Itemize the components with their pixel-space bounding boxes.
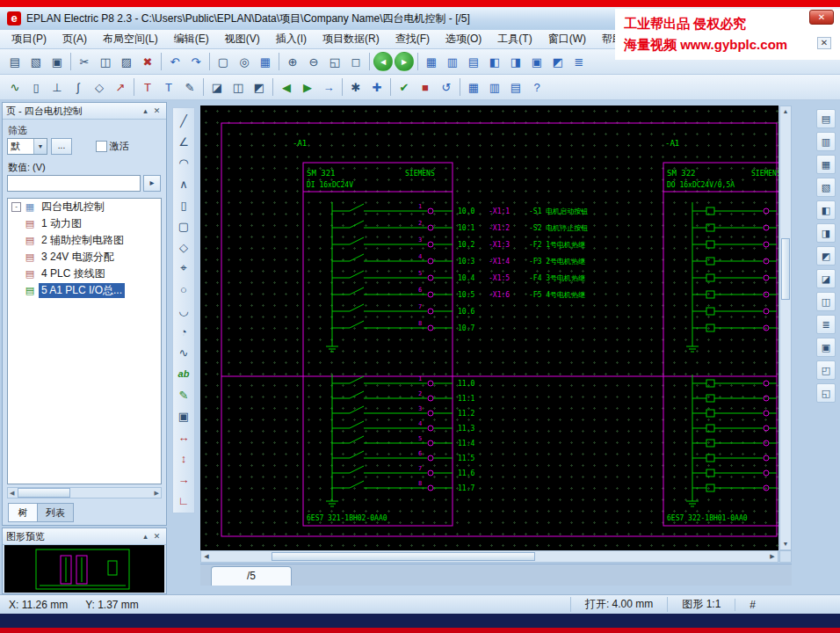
dimension-vertical-icon[interactable]: ↕ [174,448,193,468]
apply-filter-button[interactable]: ▸ [143,175,161,192]
tree-item-page-3[interactable]: ▤3 24V 电源分配 [8,249,161,266]
layers-icon[interactable]: ≣ [569,52,589,71]
help-icon[interactable]: ? [527,77,547,97]
pin-icon[interactable]: ▴ [140,106,151,115]
paste-icon[interactable]: ▨ [117,52,136,71]
zoom-out-icon[interactable]: ⊖ [304,52,323,71]
tree-item-page-1[interactable]: ▤1 动力图 [8,215,161,232]
zoom-window-icon[interactable]: ◱ [325,52,344,71]
back-icon[interactable]: ◀ [373,52,393,71]
edit-properties-icon[interactable]: ✱ [346,77,366,97]
messages-toggle-icon[interactable]: ◱ [816,383,836,403]
horizontal-scrollbar[interactable]: ◀ ▶ [200,550,778,563]
scroll-thumb[interactable] [272,552,535,561]
text-icon[interactable]: T [138,77,157,97]
scroll-right-icon[interactable]: ▶ [155,490,159,497]
polyline-icon[interactable]: ∧ [174,174,193,193]
line-icon[interactable]: ╱ [174,111,193,130]
layers-toggle-icon[interactable]: ≣ [816,315,836,334]
calculator-icon[interactable]: ▦ [256,52,275,71]
messages-icon[interactable]: ■ [416,77,435,97]
plc-navigator-toggle-icon[interactable]: ▧ [816,178,836,197]
text-tool-icon[interactable]: ab [174,364,193,383]
scroll-left-icon[interactable]: ◀ [201,551,212,562]
scroll-right-icon[interactable]: ▶ [767,551,778,562]
table-edit-icon[interactable]: ▦ [464,77,483,97]
tree-item-page-5[interactable]: ▤5 A1 PLC I/O总... [8,282,161,299]
symbol-icon[interactable]: ∿ [5,77,25,97]
tree-item-page-4[interactable]: ▤4 PLC 接线图 [8,266,161,282]
interruption-point-icon[interactable]: ↗ [111,77,130,97]
form-edit-icon[interactable]: ▥ [485,77,504,97]
terminal-icon[interactable]: ⊥ [47,77,67,97]
tab-list[interactable]: 列表 [37,503,74,522]
menu-item-w[interactable]: 窗口(W) [540,30,594,48]
connections-icon[interactable]: ◨ [506,52,525,71]
undo-icon[interactable]: ↶ [165,52,185,71]
new-page-icon[interactable]: ▤ [5,52,25,71]
search-icon[interactable]: ◎ [235,52,254,71]
active-checkbox[interactable] [96,141,107,152]
check-project-icon[interactable]: ✔ [395,77,414,97]
plc-navigator-icon[interactable]: ▦ [422,52,441,71]
path-text-icon[interactable]: T [159,77,178,97]
edit-text-icon[interactable]: ✎ [174,385,193,404]
zoom-in-icon[interactable]: ⊕ [283,52,302,71]
macro-navigator-toggle-icon[interactable]: ◫ [816,292,836,311]
copy-icon[interactable]: ◫ [96,52,115,71]
device-navigator-toggle-icon[interactable]: ▦ [816,155,836,174]
menu-item-v[interactable]: 视图(V) [217,30,268,48]
open-project-icon[interactable]: ▧ [26,52,46,71]
window-macro-icon[interactable]: ◫ [228,77,248,97]
graphical-preview-toggle-icon[interactable]: ▥ [816,132,836,151]
menu-item-t[interactable]: 工具(T) [489,30,539,48]
window-close-button[interactable]: ✕ [809,10,834,25]
scroll-thumb[interactable] [18,488,70,498]
arc-segment-icon[interactable]: ◡ [174,301,193,320]
menu-item-i[interactable]: 插入(I) [268,30,315,48]
prev-page-icon[interactable]: ◀ [277,77,296,97]
schematic-canvas[interactable]: -A1SM 321DI 16xDC24VSIEMENS110.0-X1:1-S1… [200,106,778,550]
tree-root[interactable]: -▦四台电机控制 [8,199,161,215]
update-icon[interactable]: ↺ [437,77,456,97]
circle-icon[interactable]: ○ [174,280,193,299]
rectangle-icon[interactable]: ▯ [174,195,193,215]
close-icon[interactable]: ✕ [151,106,163,115]
menu-item-f[interactable]: 查找(F) [387,30,438,48]
angle-icon[interactable]: ∠ [174,132,193,151]
save-icon[interactable]: ▣ [47,52,67,71]
menu-item-o[interactable]: 选项(O) [438,30,489,48]
expander-icon[interactable]: - [11,202,21,212]
reports-icon[interactable]: ▣ [527,52,547,71]
vertical-scrollbar[interactable]: ▲ ▼ [779,106,792,550]
image-icon[interactable]: ▣ [174,406,193,426]
terminal-navigator-icon[interactable]: ▤ [464,52,483,71]
tab-tree[interactable]: 树 [8,503,38,522]
parts-icon[interactable]: ◩ [548,52,568,71]
dimension-continued-icon[interactable]: → [174,469,193,489]
chevron-down-icon[interactable]: ▼ [33,139,47,154]
cut-icon[interactable]: ✂ [75,52,94,71]
menu-item-a[interactable]: 页(A) [54,30,95,48]
graphic-icon[interactable]: ✎ [180,77,199,97]
device-box-icon[interactable]: ▯ [26,77,46,97]
menu-item-e[interactable]: 编辑(E) [166,30,217,48]
dimension-angle-icon[interactable]: ∟ [174,491,193,510]
sector-icon[interactable]: ◔ [174,322,193,341]
spline-icon[interactable]: ∿ [174,343,193,362]
close-icon[interactable]: ✕ [151,532,163,541]
cable-navigator-icon[interactable]: ◧ [485,52,504,71]
shield-icon[interactable]: ◇ [90,77,109,97]
parts-navigator-toggle-icon[interactable]: ◪ [816,269,836,288]
tree-item-page-2[interactable]: ▤2 辅助控制电路图 [8,232,161,249]
rounded-rectangle-icon[interactable]: ▢ [174,216,193,236]
select-icon[interactable]: ▢ [214,52,233,71]
value-input[interactable] [7,175,141,192]
zoom-fit-icon[interactable]: ◻ [346,52,366,71]
page-tab[interactable]: /5 [211,566,292,586]
goto-page-icon[interactable]: → [319,77,338,97]
scroll-thumb[interactable] [781,238,790,300]
next-page-icon[interactable]: ▶ [298,77,317,97]
delete-icon[interactable]: ✖ [138,52,157,71]
dimension-linear-icon[interactable]: ↔ [174,427,193,447]
